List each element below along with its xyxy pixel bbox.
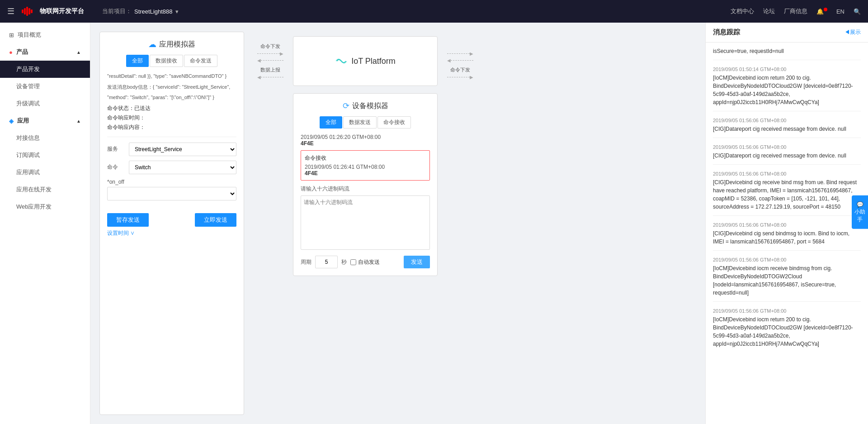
data-item: 2019/09/05 01:26:20 GTM+08:00 4F4E: [301, 134, 430, 147]
sidebar-label-device-mgmt: 设备管理: [16, 82, 40, 91]
sidebar-item-overview[interactable]: ⊞ 项目概览: [0, 26, 90, 43]
send-row: 周期 秒 自动发送 发送: [301, 256, 430, 268]
trace-msg-1: [IoCM]Devicebind iocm return 200 to cig.…: [713, 74, 861, 106]
auto-send-checkbox[interactable]: [350, 259, 356, 265]
trace-time-1: 2019/09/05 01:50:14 GTM+08:00: [713, 67, 861, 72]
trace-item-5: 2019/09/05 01:56:06 GTM+08:00 [CIG]Devic…: [713, 222, 861, 251]
nav-lang[interactable]: EN: [836, 8, 844, 15]
iot-icon: [335, 57, 348, 65]
command-label: 命令: [107, 163, 125, 171]
arrow-left-line: ◀: [257, 58, 283, 63]
trace-item-7: 2019/09/05 01:56:06 GTM+08:00 [IoCM]Devi…: [713, 308, 861, 353]
tab-all[interactable]: 全部: [126, 55, 149, 67]
sidebar-item-app-online-dev[interactable]: 应用在线开发: [0, 181, 90, 198]
auto-send-label: 自动发送: [358, 258, 380, 266]
sidebar-label-product: 产品: [16, 48, 28, 56]
nav-vendor[interactable]: 厂商信息: [784, 7, 807, 15]
chat-icon: 💬: [854, 200, 865, 208]
trace-content: isSecure=true, requestId=null 2019/09/05…: [706, 43, 868, 424]
sidebar-label-product-dev: 产品开发: [16, 65, 40, 73]
trace-time-6: 2019/09/05 01:56:06 GTM+08:00: [713, 257, 861, 262]
svg-rect-4: [31, 10, 33, 13]
svg-rect-0: [22, 10, 24, 13]
code-line2: 发送消息body信息：{ "serviceId": "StreetLight_S…: [107, 83, 236, 91]
sidebar-item-device-mgmt[interactable]: 设备管理: [0, 78, 90, 95]
trace-item-4: 2019/09/05 01:56:06 GTM+08:00 [CIG]Devic…: [713, 171, 861, 216]
sidebar-item-upgrade-debug[interactable]: 升级调试: [0, 95, 90, 112]
chevron-up-icon: ▲: [76, 50, 81, 55]
nav-docs[interactable]: 文档中心: [731, 7, 754, 15]
sidebar-label-connect-info: 对接信息: [16, 134, 40, 142]
center-column: 命令下发 ▶ ◀ 数据上报 ◀: [248, 32, 483, 415]
iot-section: 命令下发 ▶ ◀ 数据上报 ◀: [248, 36, 483, 86]
data-textarea[interactable]: [301, 195, 430, 250]
device-tab-all[interactable]: 全部: [320, 116, 342, 129]
sidebar-item-product[interactable]: ● 产品 ▲: [0, 43, 90, 61]
trace-item-0: isSecure=true, requestId=null: [713, 47, 861, 60]
sidebar-label-web-app-dev: Web应用开发: [16, 203, 52, 211]
cmd-received-hex: 4F4E: [305, 170, 426, 176]
tab-data-receive[interactable]: 数据接收: [150, 55, 183, 67]
cmd-received-title: 命令接收: [305, 154, 426, 162]
content-area: ☁ 应用模拟器 全部 数据接收 命令发送 "resultDetail": nul…: [90, 23, 868, 424]
save-send-button[interactable]: 暂存发送: [107, 213, 149, 227]
cmd-status: 命令状态：已送达: [107, 105, 236, 112]
iot-platform-box: IoT Platform: [293, 36, 438, 86]
trace-time-7: 2019/09/05 01:56:06 GTM+08:00: [713, 308, 861, 314]
project-label: 当前项目：: [102, 7, 132, 15]
period-label: 周期: [301, 258, 311, 266]
sidebar-item-web-app-dev[interactable]: Web应用开发: [0, 198, 90, 215]
cmd-down-arrow2: ▶: [447, 75, 473, 80]
trace-title: 消息跟踪: [713, 28, 740, 37]
period-input[interactable]: [315, 256, 338, 268]
send-button[interactable]: 发送: [404, 256, 430, 268]
auto-send-check[interactable]: 自动发送: [350, 258, 380, 266]
code-line1: "resultDetail": null }}, "type": "saveNB…: [107, 72, 236, 81]
sidebar-item-app-debug[interactable]: 应用调试: [0, 164, 90, 181]
device-simulator-title-text: 设备模拟器: [352, 101, 388, 111]
grid-icon: ⊞: [9, 32, 14, 38]
sidebar-item-product-dev[interactable]: 产品开发: [0, 61, 90, 78]
sidebar-item-subscribe-debug[interactable]: 订阅调试: [0, 147, 90, 164]
send-now-button[interactable]: 立即发送: [195, 213, 236, 227]
device-simulator-wrapper: ⟳ 设备模拟器 全部 数据发送 命令接收 2019/09/05 01:26:20…: [293, 93, 438, 276]
trace-time-4: 2019/09/05 01:56:06 GTM+08:00: [713, 171, 861, 176]
command-select[interactable]: Switch: [129, 161, 236, 174]
topnav: ☰ 物联网开发平台 当前项目： StreetLight888 ▾ 文档中心 论坛…: [0, 0, 868, 23]
cmd-response-time: 命令响应时间：: [107, 114, 236, 122]
param-select[interactable]: [107, 187, 236, 200]
search-icon[interactable]: 🔍: [854, 8, 861, 15]
service-select[interactable]: StreetLight_Service: [129, 143, 236, 156]
trace-item-3: 2019/09/05 01:56:06 GTM+08:00 [CIG]Datar…: [713, 144, 861, 165]
device-tab-data-send[interactable]: 数据发送: [343, 116, 377, 129]
cmd-down-label1: 命令下发: [260, 43, 280, 50]
trace-msg-2: [CIG]Datareport cig received message fro…: [713, 125, 861, 133]
notification-bell[interactable]: 🔔: [816, 8, 827, 15]
sidebar-item-connect-info[interactable]: 对接信息: [0, 129, 90, 147]
cmd-received-box: 命令接收 2019/09/05 01:26:41 GTM+08:00 4F4E: [301, 150, 430, 181]
trace-toggle[interactable]: ◀展示: [844, 29, 861, 36]
app-simulator-title-text: 应用模拟器: [159, 40, 195, 49]
huawei-logo-icon: [22, 7, 36, 16]
data-timestamp: 2019/09/05 01:26:20 GTM+08:00: [301, 134, 430, 140]
time-setting[interactable]: 设置时间 ∨: [107, 229, 236, 237]
chat-assistant-button[interactable]: 💬 小助手: [852, 195, 868, 229]
sidebar-label-app-online-dev: 应用在线开发: [16, 186, 52, 194]
trace-item-2: 2019/09/05 01:56:06 GTM+08:00 [CIG]Datar…: [713, 118, 861, 138]
arrow-right-line: ▶: [257, 51, 283, 56]
brand: 物联网开发平台: [22, 7, 84, 16]
project-selector[interactable]: 当前项目： StreetLight888 ▾: [102, 7, 179, 15]
svg-rect-3: [28, 8, 30, 14]
device-tab-cmd-receive[interactable]: 命令接收: [377, 116, 411, 129]
tab-cmd-send[interactable]: 命令发送: [184, 55, 217, 67]
trace-msg-3: [CIG]Datareport cig received message fro…: [713, 152, 861, 160]
sidebar-item-app[interactable]: ◈ 应用 ▲: [0, 112, 90, 129]
cmd-received-timestamp: 2019/09/05 01:26:41 GTM+08:00: [305, 164, 426, 170]
data-entry-area: 请输入十六进制码流: [301, 185, 430, 251]
trace-item-1: 2019/09/05 01:50:14 GTM+08:00 [IoCM]Devi…: [713, 67, 861, 111]
app-simulator-box: ☁ 应用模拟器 全部 数据接收 命令发送 "resultDetail": nul…: [99, 32, 244, 415]
chat-label: 小助手: [854, 208, 865, 224]
trace-msg-5: [CIG]Devicebind cig send bindmsg to iocm…: [713, 229, 861, 246]
nav-forum[interactable]: 论坛: [763, 7, 775, 15]
hamburger-menu[interactable]: ☰: [7, 6, 14, 16]
